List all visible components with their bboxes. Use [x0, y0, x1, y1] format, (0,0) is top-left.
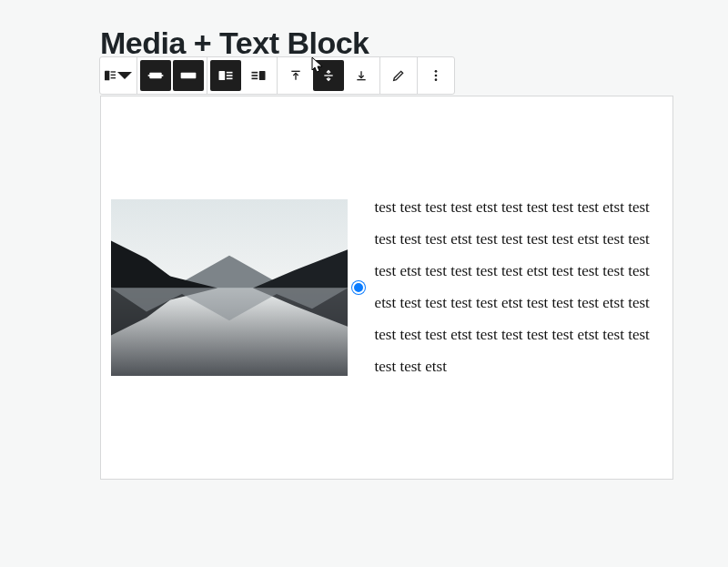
more-options-button[interactable] [420, 60, 451, 91]
valign-top-button[interactable] [280, 60, 311, 91]
svg-point-18 [435, 70, 438, 73]
svg-rect-6 [181, 73, 197, 79]
svg-rect-10 [227, 78, 233, 80]
align-wide-button[interactable] [140, 60, 171, 91]
media-image[interactable] [111, 199, 348, 377]
svg-rect-11 [259, 71, 266, 80]
paragraph-text[interactable]: test test test test etst test test test … [375, 192, 656, 382]
svg-rect-9 [227, 75, 233, 76]
text-column[interactable]: test test test test etst test test test … [359, 179, 672, 395]
svg-rect-8 [227, 72, 233, 74]
media-text-container: test test test test etst test test test … [101, 96, 672, 479]
svg-point-20 [435, 78, 438, 81]
svg-rect-7 [219, 71, 226, 80]
svg-rect-13 [252, 75, 258, 76]
align-full-button[interactable] [173, 60, 204, 91]
svg-rect-5 [148, 75, 164, 76]
valign-bottom-button[interactable] [346, 60, 377, 91]
block-type-selector[interactable] [103, 60, 134, 91]
block-toolbar [99, 56, 455, 95]
resize-handle[interactable] [352, 281, 365, 294]
edit-url-button[interactable] [383, 60, 414, 91]
svg-rect-14 [252, 78, 258, 80]
media-column[interactable] [101, 199, 359, 377]
media-right-button[interactable] [243, 60, 274, 91]
chevron-down-icon [116, 66, 134, 85]
cursor-icon [309, 56, 326, 77]
media-text-block[interactable]: test test test test etst test test test … [100, 96, 673, 480]
media-left-button[interactable] [210, 60, 241, 91]
svg-rect-0 [105, 71, 109, 81]
svg-point-19 [435, 75, 438, 77]
svg-rect-12 [252, 72, 258, 74]
